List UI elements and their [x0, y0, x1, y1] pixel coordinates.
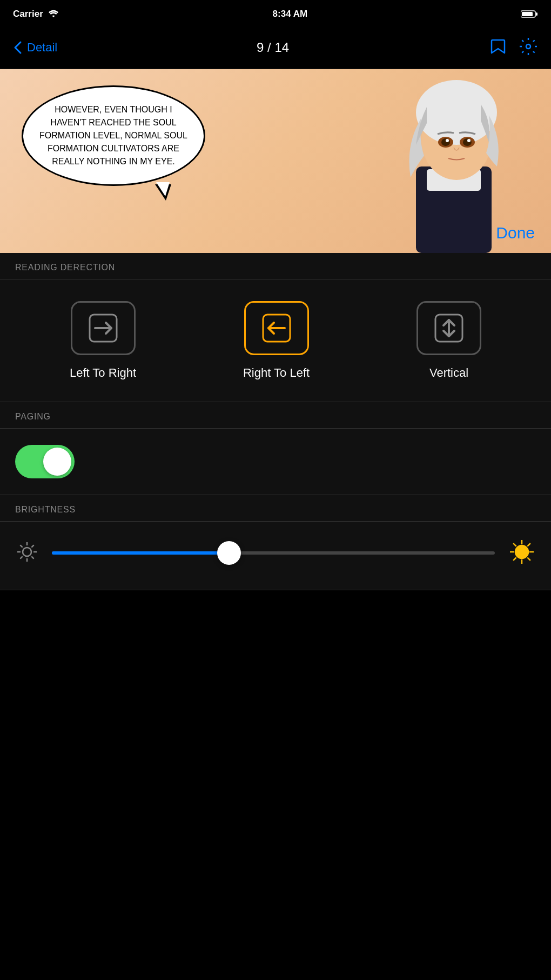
direction-ltr-label: Left To Right [70, 366, 136, 380]
nav-bar: Detail 9 / 14 [0, 26, 551, 69]
toggle-thumb [43, 448, 71, 476]
svg-point-12 [441, 138, 450, 146]
svg-point-19 [23, 548, 31, 556]
brightness-header: BRIGHTNESS [0, 495, 551, 521]
svg-line-33 [513, 543, 516, 546]
nav-icons [488, 37, 538, 58]
bottom-area [0, 590, 551, 861]
direction-rtl-label: Right To Left [243, 366, 310, 380]
manga-preview: HOWEVER, EVEN THOUGH I HAVEN'T REACHED T… [0, 69, 551, 253]
svg-line-24 [20, 545, 22, 547]
svg-line-26 [31, 545, 33, 547]
svg-line-35 [527, 543, 530, 546]
paging-toggle-container [15, 445, 536, 478]
back-label: Detail [27, 41, 57, 55]
slider-track [52, 551, 495, 555]
paging-section: PAGING [0, 402, 551, 495]
speech-bubble: HOWEVER, EVEN THOUGH I HAVEN'T REACHED T… [22, 85, 205, 186]
reading-direction-header: READING DERECTION [0, 253, 551, 279]
status-bar-time: 8:34 AM [273, 9, 308, 19]
brightness-section: BRIGHTNESS [0, 495, 551, 590]
reading-direction-section: READING DERECTION Left To Right [0, 253, 551, 402]
direction-ltr[interactable]: Left To Right [70, 301, 136, 380]
svg-point-28 [515, 545, 528, 558]
direction-rtl[interactable]: Right To Left [243, 301, 310, 380]
svg-line-25 [31, 556, 33, 558]
direction-vertical[interactable]: Vertical [416, 301, 481, 380]
brightness-slider[interactable] [52, 551, 495, 555]
svg-rect-1 [536, 12, 537, 16]
brightness-min-icon [15, 540, 39, 566]
svg-point-3 [526, 44, 530, 49]
slider-thumb[interactable] [217, 541, 241, 565]
paging-toggle[interactable] [15, 445, 75, 478]
direction-ltr-box [71, 301, 136, 355]
svg-line-27 [20, 556, 22, 558]
slider-fill [52, 551, 229, 555]
status-bar-right [521, 10, 538, 18]
direction-vertical-label: Vertical [429, 366, 468, 380]
back-button[interactable]: Detail [13, 40, 57, 55]
direction-options: Left To Right Right To Left [0, 279, 551, 402]
wifi-icon [48, 10, 59, 18]
brightness-max-icon [508, 538, 536, 568]
svg-rect-2 [522, 12, 533, 16]
carrier-label: Carrier [13, 9, 43, 19]
bookmark-button[interactable] [488, 37, 508, 58]
manga-content: HOWEVER, EVEN THOUGH I HAVEN'T REACHED T… [0, 69, 551, 253]
settings-panel: READING DERECTION Left To Right [0, 253, 551, 590]
svg-point-14 [446, 139, 449, 142]
direction-vertical-box [416, 301, 481, 355]
svg-line-36 [513, 557, 516, 561]
battery-icon [521, 10, 538, 18]
svg-point-15 [467, 139, 471, 142]
paging-content [0, 429, 551, 495]
direction-rtl-box [244, 301, 309, 355]
toggle-track [15, 445, 75, 478]
status-bar-left: Carrier [13, 9, 59, 19]
done-button[interactable]: Done [496, 224, 535, 242]
paging-header: PAGING [0, 402, 551, 428]
svg-line-34 [527, 557, 530, 561]
status-bar: Carrier 8:34 AM [0, 0, 551, 26]
svg-point-13 [463, 138, 472, 146]
settings-button[interactable] [519, 37, 538, 58]
page-info: 9 / 14 [257, 40, 289, 55]
brightness-content [0, 522, 551, 590]
